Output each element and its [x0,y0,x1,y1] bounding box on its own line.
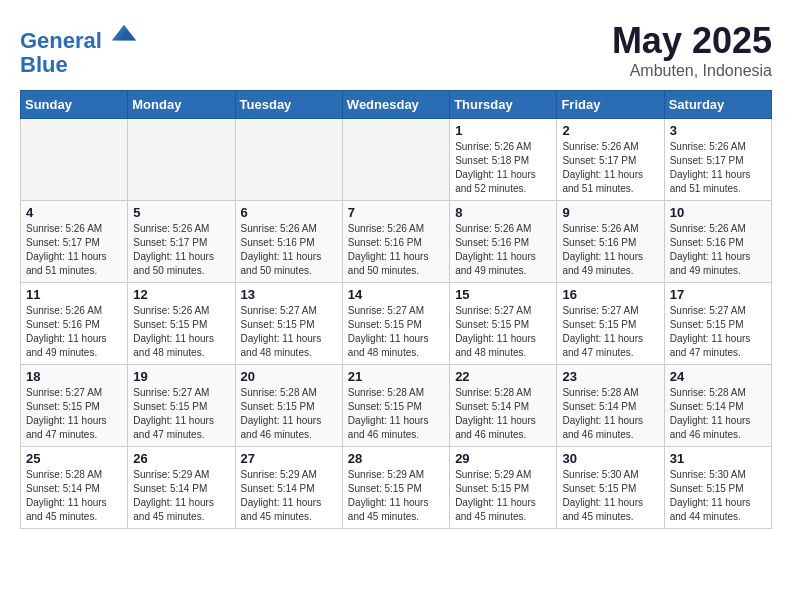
day-number: 14 [348,287,444,302]
day-info: Sunrise: 5:27 AM Sunset: 5:15 PM Dayligh… [133,386,229,442]
day-number: 23 [562,369,658,384]
calendar-cell: 11Sunrise: 5:26 AM Sunset: 5:16 PM Dayli… [21,283,128,365]
day-info: Sunrise: 5:30 AM Sunset: 5:15 PM Dayligh… [562,468,658,524]
day-number: 3 [670,123,766,138]
day-number: 26 [133,451,229,466]
day-number: 9 [562,205,658,220]
day-info: Sunrise: 5:27 AM Sunset: 5:15 PM Dayligh… [455,304,551,360]
day-info: Sunrise: 5:28 AM Sunset: 5:14 PM Dayligh… [670,386,766,442]
subtitle: Ambuten, Indonesia [612,62,772,80]
col-header-friday: Friday [557,91,664,119]
month-title: May 2025 [612,20,772,62]
calendar-cell: 25Sunrise: 5:28 AM Sunset: 5:14 PM Dayli… [21,447,128,529]
calendar-cell: 2Sunrise: 5:26 AM Sunset: 5:17 PM Daylig… [557,119,664,201]
calendar-cell: 31Sunrise: 5:30 AM Sunset: 5:15 PM Dayli… [664,447,771,529]
logo-line2: Blue [20,53,138,77]
calendar-week-3: 11Sunrise: 5:26 AM Sunset: 5:16 PM Dayli… [21,283,772,365]
calendar-cell: 7Sunrise: 5:26 AM Sunset: 5:16 PM Daylig… [342,201,449,283]
calendar-cell: 9Sunrise: 5:26 AM Sunset: 5:16 PM Daylig… [557,201,664,283]
calendar-cell: 15Sunrise: 5:27 AM Sunset: 5:15 PM Dayli… [450,283,557,365]
calendar-table: SundayMondayTuesdayWednesdayThursdayFrid… [20,90,772,529]
calendar-cell: 14Sunrise: 5:27 AM Sunset: 5:15 PM Dayli… [342,283,449,365]
day-info: Sunrise: 5:29 AM Sunset: 5:15 PM Dayligh… [455,468,551,524]
col-header-wednesday: Wednesday [342,91,449,119]
day-number: 30 [562,451,658,466]
col-header-sunday: Sunday [21,91,128,119]
day-number: 27 [241,451,337,466]
calendar-cell: 6Sunrise: 5:26 AM Sunset: 5:16 PM Daylig… [235,201,342,283]
day-info: Sunrise: 5:26 AM Sunset: 5:16 PM Dayligh… [26,304,122,360]
day-info: Sunrise: 5:28 AM Sunset: 5:15 PM Dayligh… [348,386,444,442]
day-info: Sunrise: 5:26 AM Sunset: 5:17 PM Dayligh… [670,140,766,196]
day-info: Sunrise: 5:27 AM Sunset: 5:15 PM Dayligh… [562,304,658,360]
day-info: Sunrise: 5:26 AM Sunset: 5:17 PM Dayligh… [26,222,122,278]
day-info: Sunrise: 5:27 AM Sunset: 5:15 PM Dayligh… [241,304,337,360]
calendar-body: 1Sunrise: 5:26 AM Sunset: 5:18 PM Daylig… [21,119,772,529]
day-number: 22 [455,369,551,384]
day-number: 16 [562,287,658,302]
day-number: 7 [348,205,444,220]
logo-text: General [20,20,138,53]
day-info: Sunrise: 5:26 AM Sunset: 5:15 PM Dayligh… [133,304,229,360]
calendar-cell: 21Sunrise: 5:28 AM Sunset: 5:15 PM Dayli… [342,365,449,447]
title-block: May 2025 Ambuten, Indonesia [612,20,772,80]
day-number: 24 [670,369,766,384]
calendar-cell: 24Sunrise: 5:28 AM Sunset: 5:14 PM Dayli… [664,365,771,447]
day-info: Sunrise: 5:29 AM Sunset: 5:14 PM Dayligh… [133,468,229,524]
day-info: Sunrise: 5:26 AM Sunset: 5:17 PM Dayligh… [133,222,229,278]
calendar-cell [342,119,449,201]
calendar-cell: 8Sunrise: 5:26 AM Sunset: 5:16 PM Daylig… [450,201,557,283]
calendar-week-2: 4Sunrise: 5:26 AM Sunset: 5:17 PM Daylig… [21,201,772,283]
calendar-week-5: 25Sunrise: 5:28 AM Sunset: 5:14 PM Dayli… [21,447,772,529]
day-number: 19 [133,369,229,384]
day-number: 6 [241,205,337,220]
calendar-cell: 29Sunrise: 5:29 AM Sunset: 5:15 PM Dayli… [450,447,557,529]
day-number: 28 [348,451,444,466]
day-info: Sunrise: 5:27 AM Sunset: 5:15 PM Dayligh… [26,386,122,442]
day-info: Sunrise: 5:26 AM Sunset: 5:16 PM Dayligh… [241,222,337,278]
day-number: 29 [455,451,551,466]
logo: General Blue [20,20,138,77]
day-info: Sunrise: 5:28 AM Sunset: 5:14 PM Dayligh… [562,386,658,442]
calendar-cell: 26Sunrise: 5:29 AM Sunset: 5:14 PM Dayli… [128,447,235,529]
col-header-tuesday: Tuesday [235,91,342,119]
page-header: General Blue May 2025 Ambuten, Indonesia [20,20,772,80]
day-number: 1 [455,123,551,138]
calendar-cell: 22Sunrise: 5:28 AM Sunset: 5:14 PM Dayli… [450,365,557,447]
calendar-cell: 16Sunrise: 5:27 AM Sunset: 5:15 PM Dayli… [557,283,664,365]
calendar-cell: 28Sunrise: 5:29 AM Sunset: 5:15 PM Dayli… [342,447,449,529]
day-number: 11 [26,287,122,302]
day-number: 13 [241,287,337,302]
col-header-thursday: Thursday [450,91,557,119]
day-number: 17 [670,287,766,302]
calendar-week-1: 1Sunrise: 5:26 AM Sunset: 5:18 PM Daylig… [21,119,772,201]
day-info: Sunrise: 5:28 AM Sunset: 5:15 PM Dayligh… [241,386,337,442]
calendar-cell: 13Sunrise: 5:27 AM Sunset: 5:15 PM Dayli… [235,283,342,365]
day-info: Sunrise: 5:26 AM Sunset: 5:16 PM Dayligh… [348,222,444,278]
day-number: 25 [26,451,122,466]
day-info: Sunrise: 5:28 AM Sunset: 5:14 PM Dayligh… [26,468,122,524]
day-number: 8 [455,205,551,220]
day-number: 18 [26,369,122,384]
day-number: 21 [348,369,444,384]
day-number: 20 [241,369,337,384]
day-number: 15 [455,287,551,302]
day-info: Sunrise: 5:29 AM Sunset: 5:14 PM Dayligh… [241,468,337,524]
calendar-cell [128,119,235,201]
day-number: 5 [133,205,229,220]
calendar-cell: 4Sunrise: 5:26 AM Sunset: 5:17 PM Daylig… [21,201,128,283]
calendar-cell: 17Sunrise: 5:27 AM Sunset: 5:15 PM Dayli… [664,283,771,365]
day-number: 4 [26,205,122,220]
calendar-header-row: SundayMondayTuesdayWednesdayThursdayFrid… [21,91,772,119]
calendar-cell: 1Sunrise: 5:26 AM Sunset: 5:18 PM Daylig… [450,119,557,201]
calendar-cell [235,119,342,201]
calendar-cell: 19Sunrise: 5:27 AM Sunset: 5:15 PM Dayli… [128,365,235,447]
logo-icon [110,20,138,48]
calendar-cell: 5Sunrise: 5:26 AM Sunset: 5:17 PM Daylig… [128,201,235,283]
calendar-cell: 10Sunrise: 5:26 AM Sunset: 5:16 PM Dayli… [664,201,771,283]
calendar-cell: 18Sunrise: 5:27 AM Sunset: 5:15 PM Dayli… [21,365,128,447]
day-info: Sunrise: 5:26 AM Sunset: 5:17 PM Dayligh… [562,140,658,196]
calendar-cell: 23Sunrise: 5:28 AM Sunset: 5:14 PM Dayli… [557,365,664,447]
day-number: 10 [670,205,766,220]
day-info: Sunrise: 5:30 AM Sunset: 5:15 PM Dayligh… [670,468,766,524]
